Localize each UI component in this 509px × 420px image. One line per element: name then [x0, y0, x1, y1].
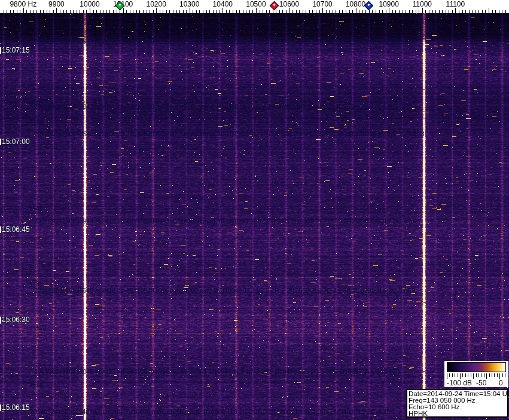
freq-minor-tick: [106, 10, 107, 13]
freq-minor-tick: [352, 10, 353, 13]
freq-minor-tick: [239, 10, 240, 13]
station-info-box: Date=2014-09-24 Time=15:04 UTCFreq=143 0…: [406, 389, 508, 418]
freq-major-tick: [23, 8, 24, 13]
freq-minor-tick: [303, 10, 303, 13]
freq-minor-tick: [13, 10, 14, 13]
freq-minor-tick: [282, 10, 283, 13]
freq-minor-tick: [419, 10, 419, 13]
freq-minor-tick: [482, 10, 483, 13]
waterfall-spectrogram[interactable]: [0, 13, 509, 420]
freq-minor-tick: [329, 10, 330, 13]
freq-minor-tick: [379, 10, 380, 13]
freq-minor-tick: [406, 10, 406, 13]
freq-minor-tick: [403, 10, 403, 13]
freq-minor-tick: [243, 10, 243, 13]
freq-minor-tick: [236, 10, 237, 13]
freq-minor-tick: [33, 10, 34, 13]
freq-minor-tick: [20, 10, 20, 13]
freq-minor-tick: [7, 10, 7, 13]
freq-minor-tick: [376, 10, 376, 13]
freq-minor-tick: [73, 10, 74, 13]
freq-minor-tick: [139, 10, 140, 13]
freq-minor-tick: [166, 10, 167, 13]
freq-minor-tick: [382, 10, 383, 13]
freq-tick-label: 9900: [48, 0, 65, 8]
freq-minor-tick: [30, 10, 31, 13]
legend-db-label: 0: [499, 379, 503, 387]
freq-minor-tick: [153, 10, 154, 13]
freq-minor-tick: [449, 10, 449, 13]
freq-tick-label: 10500: [246, 0, 266, 8]
freq-minor-tick: [309, 10, 310, 13]
freq-minor-tick: [233, 10, 233, 13]
freq-minor-tick: [77, 10, 77, 13]
freq-tick-label: 10000: [80, 0, 99, 8]
freq-tick-label: 10700: [312, 0, 332, 8]
freq-major-tick: [489, 8, 489, 13]
freq-minor-tick: [260, 10, 260, 13]
freq-minor-tick: [452, 10, 453, 13]
freq-minor-tick: [342, 10, 343, 13]
freq-minor-tick: [299, 10, 300, 13]
freq-minor-tick: [306, 10, 306, 13]
freq-minor-tick: [359, 10, 359, 13]
freq-major-tick: [90, 8, 90, 13]
freq-minor-tick: [326, 10, 327, 13]
freq-minor-tick: [63, 10, 64, 13]
red-diamond-marker[interactable]: [270, 1, 279, 11]
freq-minor-tick: [70, 10, 71, 13]
freq-minor-tick: [365, 10, 366, 13]
freq-minor-tick: [206, 10, 207, 13]
freq-minor-tick: [26, 10, 27, 13]
freq-minor-tick: [392, 10, 393, 13]
freq-major-tick: [322, 8, 323, 13]
freq-minor-tick: [395, 10, 396, 13]
freq-minor-tick: [263, 10, 263, 13]
freq-minor-tick: [249, 10, 250, 13]
freq-minor-tick: [505, 10, 506, 13]
freq-minor-tick: [183, 10, 184, 13]
freq-minor-tick: [349, 10, 350, 13]
freq-minor-tick: [169, 10, 170, 13]
blue-diamond-marker[interactable]: [364, 1, 374, 11]
freq-minor-tick: [459, 10, 459, 13]
freq-minor-tick: [93, 10, 94, 13]
freq-minor-tick: [193, 10, 193, 13]
freq-minor-tick: [186, 10, 187, 13]
freq-minor-tick: [10, 10, 11, 13]
freq-minor-tick: [472, 10, 473, 13]
freq-minor-tick: [83, 10, 84, 13]
freq-minor-tick: [216, 10, 217, 13]
freq-minor-tick: [50, 10, 50, 13]
freq-minor-tick: [36, 10, 37, 13]
freq-minor-tick: [220, 10, 220, 13]
freq-major-tick: [190, 8, 190, 13]
freq-minor-tick: [80, 10, 80, 13]
legend-db-label: -100 dB: [447, 379, 472, 387]
freq-major-tick: [389, 8, 389, 13]
freq-minor-tick: [495, 10, 496, 13]
freq-minor-tick: [346, 10, 346, 13]
freq-minor-tick: [399, 10, 400, 13]
info-box-line: HPHK: [409, 410, 506, 417]
freq-tick-label: 10300: [179, 0, 199, 8]
freq-minor-tick: [86, 10, 87, 13]
freq-minor-tick: [117, 10, 117, 13]
frequency-scale: 9800 Hz990010000101001020010300104001050…: [0, 0, 509, 13]
freq-minor-tick: [103, 10, 103, 13]
freq-major-tick: [123, 8, 124, 13]
freq-minor-tick: [429, 10, 429, 13]
freq-minor-tick: [160, 10, 160, 13]
freq-minor-tick: [339, 10, 340, 13]
freq-tick-label: 10200: [147, 0, 166, 8]
freq-minor-tick: [286, 10, 286, 13]
freq-minor-tick: [499, 10, 499, 13]
freq-minor-tick: [333, 10, 333, 13]
freq-minor-tick: [133, 10, 133, 13]
freq-minor-tick: [136, 10, 137, 13]
freq-minor-tick: [416, 10, 416, 13]
marker-center-dot: [368, 4, 370, 6]
freq-minor-tick: [502, 10, 502, 13]
freq-minor-tick: [109, 10, 110, 13]
freq-minor-tick: [173, 10, 173, 13]
